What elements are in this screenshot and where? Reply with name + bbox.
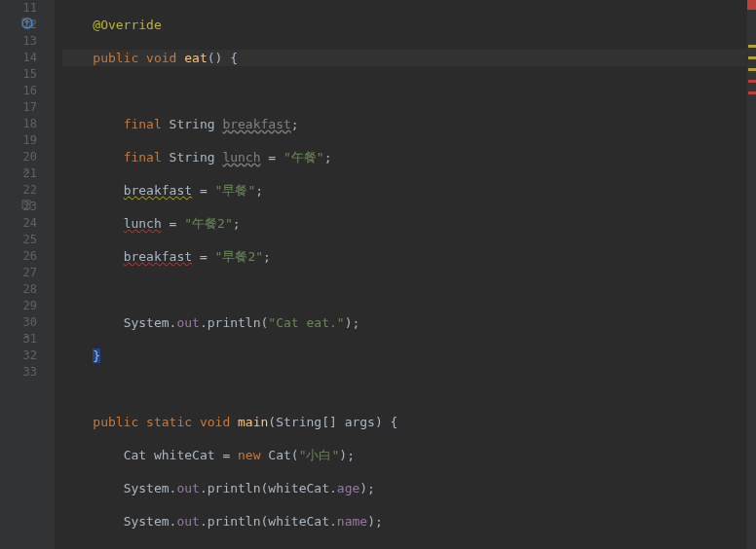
error-stripe-mark[interactable] (748, 56, 756, 59)
error-stripe-mark[interactable] (748, 68, 756, 71)
gutter: 11 12 13 14 15 16 17 18 19 20 21 22 23 2… (0, 0, 55, 549)
error-stripe[interactable] (746, 0, 756, 549)
fold-minus-icon[interactable] (21, 200, 35, 213)
error-stripe-mark[interactable] (748, 45, 756, 48)
code-content[interactable]: @Override public void eat() { final Stri… (55, 0, 746, 549)
error-stripe-summary-icon[interactable] (747, 0, 756, 10)
fold-up-icon[interactable] (21, 166, 35, 180)
fold-minus-icon[interactable] (21, 18, 35, 31)
line-number: 11 (0, 0, 37, 17)
fold-up-icon[interactable] (21, 332, 35, 346)
error-stripe-mark[interactable] (748, 92, 756, 94)
line-number: 12 (0, 17, 37, 33)
code-editor[interactable]: 11 12 13 14 15 16 17 18 19 20 21 22 23 2… (0, 0, 756, 549)
error-stripe-mark[interactable] (748, 80, 756, 83)
